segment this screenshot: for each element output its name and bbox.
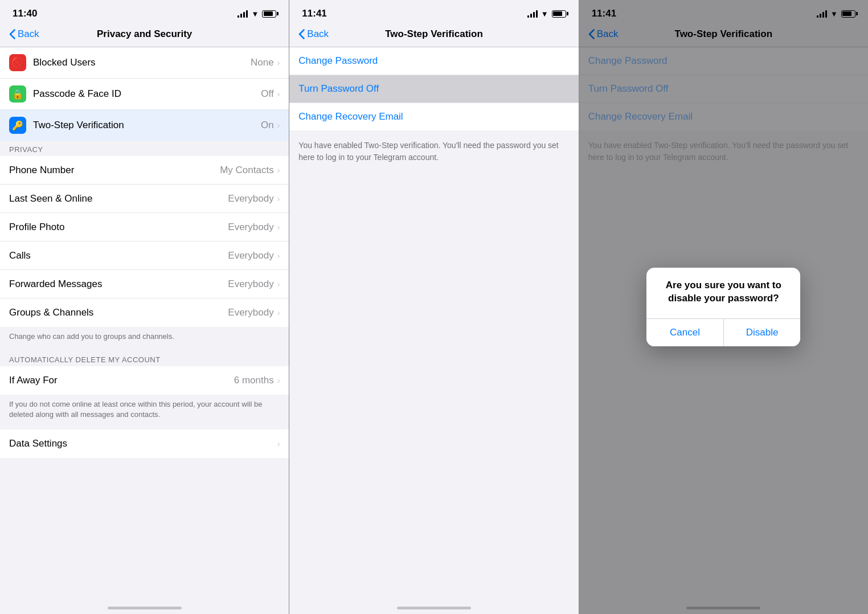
groups-channels-item[interactable]: Groups & Channels Everybody › — [0, 298, 289, 327]
privacy-section-header: PRIVACY — [0, 141, 289, 156]
forwarded-messages-label: Forwarded Messages — [9, 279, 228, 290]
if-away-chevron-icon: › — [277, 376, 280, 385]
status-icons-1: ▼ — [238, 10, 276, 18]
calls-value: Everybody — [228, 250, 273, 261]
groups-channels-value: Everybody — [228, 307, 273, 318]
status-time-1: 11:40 — [13, 8, 37, 19]
forwarded-messages-chevron-icon: › — [277, 280, 280, 289]
back-chevron-icon-1 — [9, 29, 15, 39]
auto-delete-list: If Away For 6 months › — [0, 366, 289, 395]
wifi-icon-2: ▼ — [541, 10, 548, 18]
last-seen-label: Last Seen & Online — [9, 193, 228, 204]
privacy-list: Phone Number My Contacts › Last Seen & O… — [0, 156, 289, 327]
two-step-value: On — [261, 120, 274, 131]
forwarded-messages-value: Everybody — [228, 279, 273, 290]
modal-overlay: Are you sure you want to disable your pa… — [579, 0, 868, 614]
groups-channels-chevron-icon: › — [277, 308, 280, 317]
two-step-chevron-icon: › — [277, 121, 280, 130]
passcode-faceid-item[interactable]: 🔒 Passcode & Face ID Off › — [0, 79, 289, 110]
groups-channels-label: Groups & Channels — [9, 307, 228, 318]
home-bar-1 — [108, 607, 182, 609]
calls-label: Calls — [9, 250, 228, 261]
turn-password-off-item-2[interactable]: Turn Password Off — [289, 75, 578, 103]
blocked-users-item[interactable]: 🚫 Blocked Users None › — [0, 47, 289, 79]
blocked-users-icon: 🚫 — [9, 54, 26, 71]
data-settings-chevron-icon: › — [277, 439, 280, 448]
turn-password-off-label-2: Turn Password Off — [298, 83, 379, 94]
last-seen-chevron-icon: › — [277, 194, 280, 203]
alert-dialog: Are you sure you want to disable your pa… — [646, 268, 800, 346]
profile-photo-value: Everybody — [228, 222, 273, 233]
change-password-item-2[interactable]: Change Password — [289, 47, 578, 75]
data-settings-label: Data Settings — [9, 438, 277, 449]
signal-icon-2 — [527, 10, 538, 18]
if-away-footer: If you do not come online at least once … — [0, 395, 289, 429]
blocked-users-label: Blocked Users — [33, 57, 251, 68]
phone-number-label: Phone Number — [9, 165, 220, 176]
data-settings-item[interactable]: Data Settings › — [0, 429, 289, 458]
calls-chevron-icon: › — [277, 251, 280, 260]
panel-two-step-middle: 11:41 ▼ Back Two-Step Verification — [289, 0, 578, 614]
nav-bar-1: Back Privacy and Security — [0, 24, 289, 47]
phone-number-value: My Contacts — [220, 165, 273, 176]
two-step-item[interactable]: 🔑 Two-Step Verification On › — [0, 110, 289, 141]
signal-icon-1 — [238, 10, 248, 18]
two-step-list-2: Change Password Turn Password Off Change… — [289, 47, 578, 130]
passcode-label: Passcode & Face ID — [33, 88, 261, 100]
two-step-label: Two-Step Verification — [33, 120, 261, 131]
groups-footer: Change who can add you to groups and cha… — [0, 327, 289, 351]
status-time-2: 11:41 — [302, 8, 326, 19]
profile-photo-chevron-icon: › — [277, 223, 280, 232]
profile-photo-item[interactable]: Profile Photo Everybody › — [0, 213, 289, 241]
phone-number-chevron-icon: › — [277, 166, 280, 175]
panel-two-step-modal: 11:41 ▼ Back Two-Step Verification — [579, 0, 868, 614]
disable-button[interactable]: Disable — [723, 319, 801, 346]
back-button-1[interactable]: Back — [9, 28, 39, 40]
if-away-label: If Away For — [9, 375, 234, 386]
status-bar-1: 11:40 ▼ — [0, 0, 289, 24]
cancel-button[interactable]: Cancel — [646, 319, 723, 346]
passcode-chevron-icon: › — [277, 89, 280, 99]
if-away-item[interactable]: If Away For 6 months › — [0, 366, 289, 395]
blocked-users-chevron-icon: › — [277, 58, 280, 67]
phone-number-item[interactable]: Phone Number My Contacts › — [0, 156, 289, 185]
panel-privacy-security: 11:40 ▼ Back Privacy and Security — [0, 0, 289, 614]
back-button-2[interactable]: Back — [298, 28, 329, 40]
home-bar-2 — [397, 607, 471, 609]
change-password-label-2: Change Password — [298, 55, 378, 66]
auto-delete-header: AUTOMATICALLY DELETE MY ACCOUNT — [0, 351, 289, 366]
calls-item[interactable]: Calls Everybody › — [0, 241, 289, 270]
nav-bar-2: Back Two-Step Verification — [289, 24, 578, 47]
last-seen-item[interactable]: Last Seen & Online Everybody › — [0, 185, 289, 213]
back-chevron-icon-2 — [298, 29, 305, 39]
forwarded-messages-item[interactable]: Forwarded Messages Everybody › — [0, 270, 289, 298]
blocked-users-value: None — [251, 57, 274, 68]
security-items-section: 🚫 Blocked Users None › 🔒 Passcode & Face… — [0, 47, 289, 141]
battery-icon-1 — [262, 10, 276, 18]
change-recovery-email-label-2: Change Recovery Email — [298, 111, 403, 122]
passcode-value: Off — [261, 88, 273, 100]
passcode-icon: 🔒 — [9, 85, 26, 103]
data-settings-section: Data Settings › — [0, 429, 289, 458]
nav-title-2: Two-Step Verification — [385, 28, 483, 40]
alert-buttons: Cancel Disable — [646, 319, 800, 346]
if-away-value: 6 months — [234, 375, 274, 386]
battery-icon-2 — [552, 10, 566, 18]
status-bar-2: 11:41 ▼ — [289, 0, 578, 24]
change-recovery-email-item-2[interactable]: Change Recovery Email — [289, 103, 578, 130]
status-icons-2: ▼ — [527, 10, 566, 18]
nav-title-1: Privacy and Security — [97, 28, 192, 40]
profile-photo-label: Profile Photo — [9, 222, 228, 233]
two-step-icon: 🔑 — [9, 117, 26, 134]
alert-title: Are you sure you want to disable your pa… — [646, 268, 800, 309]
wifi-icon-1: ▼ — [251, 10, 259, 18]
two-step-description-2: You have enabled Two-Step verification. … — [289, 130, 578, 173]
last-seen-value: Everybody — [228, 193, 273, 204]
